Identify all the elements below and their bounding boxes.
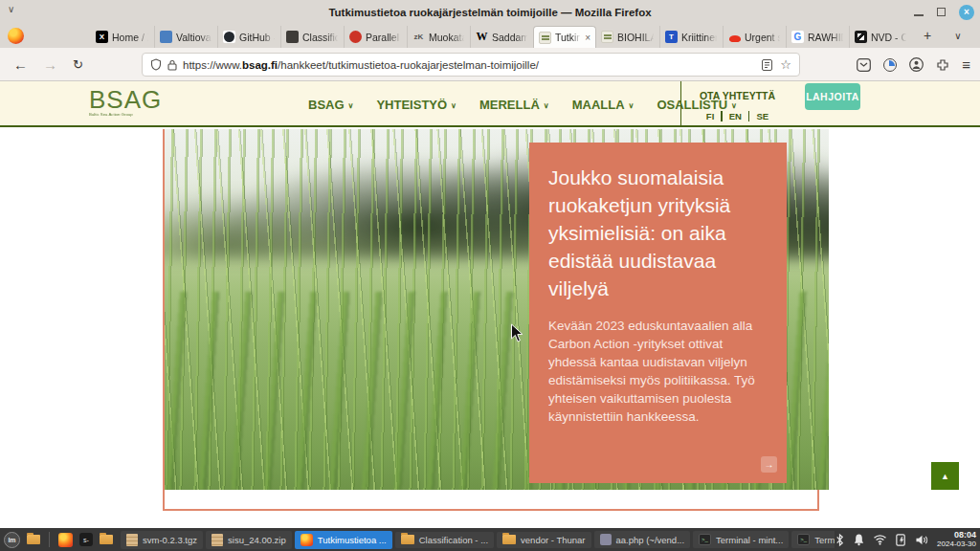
ministry-favicon-icon [160,31,172,43]
files-launcher-icon[interactable] [27,535,40,544]
lang-fi[interactable]: FI [706,111,714,121]
terminal-icon: >_ [699,534,711,545]
bsag-favicon-icon [601,31,613,43]
nvd-favicon-icon [855,31,867,43]
tab-label: GitHub - ph [239,32,276,43]
nav-item-merella[interactable]: MERELLÄ∨ [479,98,549,112]
tab-bar: X Home / X Valtiovarain GitHub - ph Clas… [0,24,980,48]
tab-tutkimus-active[interactable]: Tutkimus × [533,26,596,48]
chevron-down-icon: ∨ [629,101,635,110]
hero-card[interactable]: Joukko suomalaisia ruokaketjun yrityksiä… [529,143,787,483]
s-app-launcher-icon[interactable]: s- [79,533,93,546]
clock-time: 08:04 [937,530,976,540]
wifi-icon[interactable] [873,534,887,545]
tab-close-icon[interactable]: × [585,33,590,43]
github-icon [223,31,235,43]
taskbar-window-sisu[interactable]: sisu_24.00.zip [206,531,292,549]
notifications-bell-icon[interactable] [853,533,865,546]
minimize-button[interactable] [914,14,924,16]
tab-muokataan[interactable]: zK Muokataan [407,26,470,48]
nav-item-bsag[interactable]: BSAG∨ [308,98,353,112]
back-button[interactable]: ← [13,56,28,73]
tab-urgent[interactable]: Urgent sec [723,26,786,48]
tab-wikipedia-saddam[interactable]: W Saddam Hu [470,26,533,48]
tab-biohila[interactable]: BIOHILA - B [596,26,659,48]
close-button[interactable]: × [959,5,974,20]
tab-home-x[interactable]: X Home / X [91,26,154,48]
tab-label: Urgent sec [745,32,781,43]
clock-date: 2024-03-30 [937,540,976,549]
tab-classification[interactable]: Classificatio [280,26,344,48]
url-bar[interactable]: https://www.bsag.fi/hankkeet/tutkimustie… [142,53,800,77]
mouse-cursor [510,323,524,343]
hero-heading: Joukko suomalaisia ruokaketjun yrityksiä… [548,164,768,302]
url-text[interactable]: https://www.bsag.fi/hankkeet/tutkimustie… [183,59,756,71]
redhat-icon [728,31,741,43]
volume-icon[interactable] [915,534,929,546]
contact-link[interactable]: OTA YHTEYTTÄ [697,90,778,101]
taskbar-window-terminal-2[interactable]: >_Terminal - mint... [791,531,835,548]
forward-button[interactable]: → [43,56,57,73]
taskbar-window-firefox-active[interactable]: Tutkimustietoa ... [295,531,392,549]
taskbar-window-aaphp[interactable]: aa.php (~/vend... [594,531,691,548]
new-tab-button[interactable]: + [919,28,936,43]
taskbar-clock[interactable]: 08:04 2024-03-30 [937,530,976,549]
tab-label: Saddam Hu [492,32,528,43]
card-arrow-button[interactable]: → [761,456,777,473]
tab-label: Muokataan [429,32,465,43]
app-menu-icon[interactable]: ≡ [962,56,970,73]
taskbar-window-classification[interactable]: Classification - ... [395,532,494,548]
red-dot-favicon-icon [349,31,362,43]
mint-menu-button[interactable]: lm [4,532,20,548]
bookmark-star-icon[interactable]: ☆ [780,57,791,72]
desktop: ∨ Tutkimustietoa ruokajärjestelmän toimi… [0,0,980,551]
scroll-to-top-button[interactable]: ▲ [931,462,959,490]
extensions-icon[interactable] [936,58,949,72]
page-viewport: BSAG Baltic Sea Action Group BSAG∨ YHTEI… [0,81,980,528]
list-tabs-chevron-icon[interactable]: ∨ [949,31,967,41]
reload-button[interactable]: ↻ [73,57,83,72]
tab-nvd[interactable]: NVD - CVE- [849,26,912,48]
taskbar-window-terminal-1[interactable]: >_Terminal - mint... [693,531,789,548]
folder-window-icon[interactable] [100,535,113,544]
tab-github[interactable]: GitHub - ph [217,26,280,48]
power-status-icon[interactable] [895,533,907,547]
chevron-down-icon: ∨ [731,101,737,110]
bluetooth-icon[interactable] [835,533,845,547]
bsag-logo[interactable]: BSAG Baltic Sea Action Group [89,87,162,118]
maximize-button[interactable] [937,8,946,16]
account-icon[interactable] [909,57,924,72]
reader-mode-icon[interactable] [762,59,772,71]
chevron-down-icon: ∨ [544,101,549,110]
tab-rawhide[interactable]: G RAWHIDE - [786,26,849,48]
lang-en[interactable]: EN [729,111,742,121]
taskbar: lm s- svm-0.2.3.tgz sisu_24.00.zip Tutki… [0,528,980,551]
donate-button[interactable]: LAHJOITA [805,83,860,110]
tab-valtiovarain[interactable]: Valtiovarain [154,26,217,48]
firefox-icon [301,534,313,546]
header-divider [680,81,681,127]
nav-item-yhteistyo[interactable]: YHTEISTYÖ∨ [376,98,457,112]
window-titlebar: ∨ Tutkimustietoa ruokajärjestelmän toimi… [0,0,980,24]
tracking-shield-icon[interactable] [150,58,162,71]
firefox-logo-icon[interactable] [8,28,24,44]
browser-toolbar: ← → ↻ https://www.bsag.fi/hankkeet/tutki… [0,48,980,81]
tab-parallel[interactable]: Parallel - Ru [344,26,407,48]
tab-label: Kriittinen h [681,32,718,43]
launcher-divider [49,532,50,547]
timer-extension-icon[interactable] [883,58,897,72]
tab-kriittinen[interactable]: T Kriittinen h [659,26,723,48]
wikipedia-icon: W [476,31,488,43]
taskbar-window-vendor[interactable]: vendor - Thunar [497,532,590,548]
terminal-icon: >_ [797,534,810,545]
taskbar-window-svm[interactable]: svm-0.2.3.tgz [121,531,203,549]
bsag-favicon-icon [539,32,551,44]
pocket-icon[interactable] [857,58,871,72]
chevron-down-icon: ∨ [348,101,354,110]
x-logo-icon: X [96,31,108,43]
nav-item-maalla[interactable]: MAALLA∨ [572,98,635,112]
tab-label: BIOHILA - B [617,32,655,43]
firefox-launcher-icon[interactable] [58,533,73,547]
lang-se[interactable]: SE [756,111,768,121]
window-menu-chevron-icon[interactable]: ∨ [8,4,14,14]
